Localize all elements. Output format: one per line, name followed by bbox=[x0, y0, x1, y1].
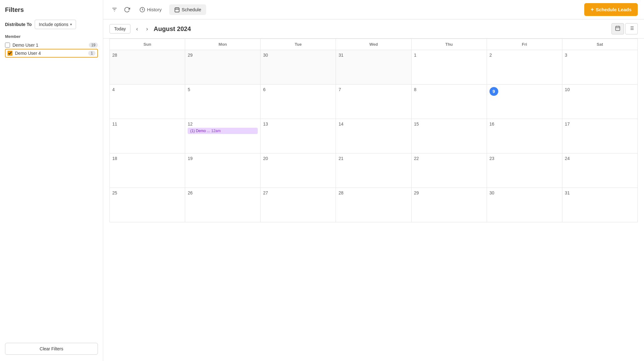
day-number: 6 bbox=[263, 87, 333, 92]
day-cell-21[interactable]: 21 bbox=[336, 153, 411, 188]
day-cell-31[interactable]: 31 bbox=[562, 188, 638, 222]
day-header-sun: Sun bbox=[110, 39, 185, 50]
day-number: 25 bbox=[112, 190, 182, 195]
calendar-grid: SunMonTueWedThuFriSat2829303112345678910… bbox=[109, 39, 638, 222]
distribute-to-label: Distribute To bbox=[5, 22, 32, 27]
day-number: 4 bbox=[112, 87, 182, 92]
day-cell-26[interactable]: 26 bbox=[185, 188, 261, 222]
day-number: 2 bbox=[489, 53, 560, 58]
day-header-wed: Wed bbox=[336, 39, 411, 50]
day-cell-4[interactable]: 4 bbox=[110, 85, 185, 119]
sidebar: Filters Distribute To Include options ▾ … bbox=[0, 0, 103, 361]
day-cell-1[interactable]: 1 bbox=[412, 50, 487, 85]
user-count-user4: 1 bbox=[88, 51, 95, 56]
include-options-button[interactable]: Include options ▾ bbox=[35, 20, 76, 29]
day-cell-other29[interactable]: 29 bbox=[185, 50, 261, 85]
schedule-leads-button[interactable]: + Schedule Leads bbox=[584, 3, 638, 16]
user-item-user1: Demo User 119 bbox=[5, 41, 98, 49]
clear-filters-button[interactable]: Clear Filters bbox=[5, 343, 98, 355]
today-button[interactable]: Today bbox=[109, 24, 130, 34]
list-view-button[interactable] bbox=[625, 23, 638, 34]
user-name-user1: Demo User 1 bbox=[13, 43, 86, 48]
day-cell-7[interactable]: 7 bbox=[336, 85, 411, 119]
svg-rect-4 bbox=[175, 8, 179, 12]
day-cell-29[interactable]: 29 bbox=[412, 188, 487, 222]
include-options-label: Include options bbox=[39, 22, 68, 27]
day-number: 31 bbox=[565, 190, 635, 195]
event-label: (1) Demo ... bbox=[190, 129, 210, 133]
day-number: 13 bbox=[263, 121, 333, 126]
day-number: 3 bbox=[565, 53, 635, 58]
day-cell-other28[interactable]: 28 bbox=[110, 50, 185, 85]
day-number: 14 bbox=[338, 121, 408, 126]
refresh-icon-button[interactable] bbox=[122, 5, 132, 15]
event-chip[interactable]: (1) Demo ...12am bbox=[188, 128, 258, 134]
day-cell-20[interactable]: 20 bbox=[261, 153, 336, 188]
history-label: History bbox=[147, 7, 162, 12]
prev-button[interactable]: ‹ bbox=[134, 24, 140, 34]
day-header-sat: Sat bbox=[562, 39, 638, 50]
filter-icon-button[interactable] bbox=[109, 5, 119, 15]
month-title: August 2024 bbox=[154, 25, 191, 33]
calendar-nav: Today ‹ › August 2024 bbox=[103, 19, 644, 39]
day-cell-10[interactable]: 10 bbox=[562, 85, 638, 119]
day-number: 28 bbox=[112, 53, 182, 58]
sidebar-title: Filters bbox=[5, 6, 98, 13]
checkbox-user4[interactable] bbox=[8, 51, 13, 56]
plus-icon: + bbox=[591, 6, 594, 13]
day-cell-13[interactable]: 13 bbox=[261, 119, 336, 153]
distribute-to-row: Distribute To Include options ▾ bbox=[5, 20, 98, 29]
day-cell-24[interactable]: 24 bbox=[562, 153, 638, 188]
day-cell-2[interactable]: 2 bbox=[487, 50, 562, 85]
day-cell-other30[interactable]: 30 bbox=[261, 50, 336, 85]
day-cell-15[interactable]: 15 bbox=[412, 119, 487, 153]
day-cell-22[interactable]: 22 bbox=[412, 153, 487, 188]
day-cell-other31[interactable]: 31 bbox=[336, 50, 411, 85]
day-number: 30 bbox=[489, 190, 560, 195]
day-cell-3[interactable]: 3 bbox=[562, 50, 638, 85]
day-cell-23[interactable]: 23 bbox=[487, 153, 562, 188]
day-cell-17[interactable]: 17 bbox=[562, 119, 638, 153]
day-cell-28[interactable]: 28 bbox=[336, 188, 411, 222]
day-number: 9 bbox=[489, 87, 498, 96]
day-number: 20 bbox=[263, 156, 333, 161]
day-cell-11[interactable]: 11 bbox=[110, 119, 185, 153]
day-header-fri: Fri bbox=[487, 39, 562, 50]
calendar-view-button[interactable] bbox=[611, 23, 624, 34]
day-number: 1 bbox=[414, 53, 484, 58]
day-cell-12[interactable]: 12(1) Demo ...12am bbox=[185, 119, 261, 153]
day-cell-8[interactable]: 8 bbox=[412, 85, 487, 119]
user-item-user4: Demo User 41 bbox=[5, 49, 98, 58]
day-cell-18[interactable]: 18 bbox=[110, 153, 185, 188]
day-number: 30 bbox=[263, 53, 333, 58]
day-number: 19 bbox=[188, 156, 258, 161]
day-cell-9[interactable]: 9 bbox=[487, 85, 562, 119]
svg-rect-8 bbox=[616, 26, 620, 31]
day-number: 8 bbox=[414, 87, 484, 92]
topbar: History Schedule + Schedule Leads bbox=[103, 0, 644, 19]
day-cell-30[interactable]: 30 bbox=[487, 188, 562, 222]
day-cell-5[interactable]: 5 bbox=[185, 85, 261, 119]
day-cell-27[interactable]: 27 bbox=[261, 188, 336, 222]
day-cell-6[interactable]: 6 bbox=[261, 85, 336, 119]
view-icons bbox=[611, 23, 638, 34]
day-header-mon: Mon bbox=[185, 39, 261, 50]
day-number: 26 bbox=[188, 190, 258, 195]
checkbox-user1[interactable] bbox=[5, 43, 10, 48]
user-name-user4: Demo User 4 bbox=[15, 51, 86, 56]
next-button[interactable]: › bbox=[144, 24, 150, 34]
member-label: Member bbox=[5, 34, 98, 39]
schedule-tab[interactable]: Schedule bbox=[169, 4, 206, 15]
user-count-user1: 19 bbox=[89, 43, 98, 48]
day-number: 31 bbox=[338, 53, 408, 58]
calendar-wrap: SunMonTueWedThuFriSat2829303112345678910… bbox=[103, 39, 644, 361]
day-cell-19[interactable]: 19 bbox=[185, 153, 261, 188]
day-number: 24 bbox=[565, 156, 635, 161]
day-cell-14[interactable]: 14 bbox=[336, 119, 411, 153]
day-cell-16[interactable]: 16 bbox=[487, 119, 562, 153]
event-time: 12am bbox=[211, 129, 221, 133]
history-tab[interactable]: History bbox=[134, 4, 167, 15]
day-number: 7 bbox=[338, 87, 408, 92]
day-cell-25[interactable]: 25 bbox=[110, 188, 185, 222]
day-number: 22 bbox=[414, 156, 484, 161]
